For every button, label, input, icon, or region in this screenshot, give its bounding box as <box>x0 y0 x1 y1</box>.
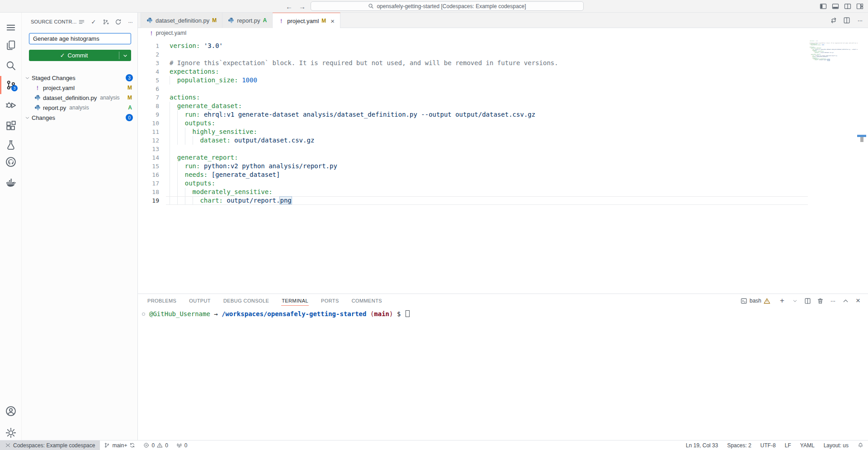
panel-tab-terminal[interactable]: TERMINAL <box>281 294 309 308</box>
status-text: Ln 19, Col 33 <box>686 442 718 449</box>
account-icon <box>5 406 16 417</box>
more-actions-icon[interactable]: ··· <box>856 17 863 24</box>
open-changes-icon[interactable] <box>830 17 837 24</box>
maximize-panel-icon[interactable] <box>842 297 849 304</box>
file-folder: analysis <box>100 95 119 101</box>
beaker-icon <box>5 139 16 150</box>
notifications[interactable] <box>853 441 868 450</box>
activity-accounts[interactable] <box>0 402 22 420</box>
eol[interactable]: LF <box>780 441 796 450</box>
back-button[interactable]: ← <box>286 3 292 10</box>
code-editor[interactable]: version: '3.0' # Ignore this`expectation… <box>138 38 868 294</box>
status-text: UTF-8 <box>760 442 776 449</box>
activity-source-control[interactable]: 3 <box>0 76 22 94</box>
encoding[interactable]: UTF-8 <box>756 441 780 450</box>
commit-message-input[interactable] <box>29 33 131 44</box>
toggle-secondary-sidebar-icon[interactable] <box>844 3 851 10</box>
indentation[interactable]: Spaces: 2 <box>722 441 755 450</box>
kill-terminal-icon <box>817 298 824 304</box>
kill-terminal-icon[interactable] <box>816 297 824 304</box>
section-label: Changes <box>32 114 55 121</box>
activity-settings[interactable] <box>0 424 22 442</box>
view-as-list-icon[interactable] <box>78 18 85 25</box>
scm-section-staged-changes[interactable]: Staged Changes3 <box>22 73 138 83</box>
language-mode[interactable]: YAML <box>796 441 819 450</box>
commit-check-icon[interactable]: ✓ <box>90 18 97 25</box>
file-label: report.py <box>43 104 66 111</box>
cursor-position[interactable]: Ln 19, Col 33 <box>681 441 722 450</box>
panel-tab-ports[interactable]: PORTS <box>321 294 340 308</box>
close-icon[interactable]: × <box>330 18 335 24</box>
close-panel-icon[interactable]: × <box>854 297 862 304</box>
tab-project.yaml[interactable]: !project.yamlM× <box>273 13 340 28</box>
toggle-panel-icon[interactable] <box>832 3 839 10</box>
scm-section-changes[interactable]: Changes0 <box>22 113 138 123</box>
keyboard-layout[interactable]: Layout: us <box>819 441 853 450</box>
code-line-13: 13 <box>138 145 868 153</box>
branch-create-icon[interactable] <box>102 18 109 25</box>
sync-icon <box>129 442 135 448</box>
panel-tab-problems[interactable]: PROBLEMS <box>147 294 177 308</box>
scm-file-dataset_definition.py[interactable]: dataset_definition.pyanalysisM <box>22 93 138 103</box>
status-text: Spaces: 2 <box>727 442 751 449</box>
commit-button[interactable]: ✓ Commit <box>29 50 131 61</box>
split-terminal-icon[interactable] <box>804 297 811 304</box>
shell-selector[interactable]: bash <box>741 298 770 304</box>
chevron-down-icon <box>24 114 31 121</box>
tab-report.py[interactable]: report.pyA <box>222 13 273 28</box>
split-editor-icon[interactable] <box>843 17 850 24</box>
commit-dropdown-button[interactable] <box>119 50 131 61</box>
code-line-11: 11 highly_sensitive: <box>138 128 868 136</box>
files-icon <box>5 40 16 51</box>
breadcrumb[interactable]: ! project.yaml <box>138 28 868 38</box>
search-icon <box>5 60 16 71</box>
remote-indicator[interactable]: Codespaces: Example codespace <box>0 441 100 450</box>
more-actions-icon[interactable]: ··· <box>829 297 836 304</box>
refresh-icon[interactable] <box>114 18 122 25</box>
terminal[interactable]: @GitHub_Username → /workspaces/opensafel… <box>138 310 868 318</box>
activity-github[interactable] <box>0 153 22 171</box>
check-icon: ✓ <box>60 52 65 59</box>
forward-button[interactable]: → <box>299 3 306 10</box>
python-file-icon <box>146 17 153 24</box>
activity-explorer[interactable] <box>0 36 22 54</box>
remote-icon <box>5 442 11 448</box>
gear-icon <box>5 427 16 438</box>
command-center-search[interactable]: opensafely-getting-started [Codespaces: … <box>311 1 584 11</box>
branch-create-icon <box>103 19 109 25</box>
panel-tab-comments[interactable]: COMMENTS <box>351 294 382 308</box>
code-line-4: 4expectations: <box>138 67 868 76</box>
code-line-18: 18 moderately_sensitive: <box>138 188 868 196</box>
git-status-letter: A <box>128 104 132 111</box>
toggle-primary-sidebar-icon[interactable] <box>820 3 827 10</box>
launch-profile-chevron-icon[interactable] <box>791 297 798 304</box>
activity-extensions[interactable] <box>0 117 22 135</box>
customize-layout-icon[interactable] <box>856 3 863 10</box>
layout-controls <box>820 0 863 13</box>
yaml-file-icon: ! <box>278 17 284 24</box>
problems-status[interactable]: 00 <box>139 441 172 450</box>
activity-testing[interactable] <box>0 136 22 154</box>
scm-file-report.py[interactable]: report.pyanalysisA <box>22 103 138 113</box>
activity-run-debug[interactable] <box>0 96 22 114</box>
code-line-14: 14 generate_report: <box>138 153 868 162</box>
bell-icon <box>858 442 863 448</box>
panel-tab-debug-console[interactable]: DEBUG CONSOLE <box>223 294 269 308</box>
panel-tab-output[interactable]: OUTPUT <box>189 294 211 308</box>
python-file-icon <box>228 17 234 24</box>
activity-docker[interactable] <box>0 174 22 192</box>
scm-file-project.yaml[interactable]: !project.yamlM <box>22 83 138 93</box>
new-terminal-icon[interactable]: + <box>778 297 786 304</box>
git-status-letter: M <box>321 18 326 24</box>
branch-status[interactable]: main+ <box>100 441 139 450</box>
file-label: dataset_definition.py <box>43 95 97 101</box>
activity-search[interactable] <box>0 57 22 75</box>
status-text: YAML <box>800 442 815 449</box>
activity-menu[interactable] <box>0 19 22 37</box>
source-control-sidebar: SOURCE CONTR... ✓··· ✓ Commit Staged Cha… <box>22 13 138 440</box>
title-bar: ← → opensafely-getting-started [Codespac… <box>0 0 868 13</box>
count-badge: 0 <box>126 114 133 121</box>
more-actions-icon[interactable]: ··· <box>127 18 134 25</box>
tab-dataset_definition.py[interactable]: dataset_definition.pyM <box>141 13 222 28</box>
ports-status[interactable]: 0 <box>172 441 192 450</box>
